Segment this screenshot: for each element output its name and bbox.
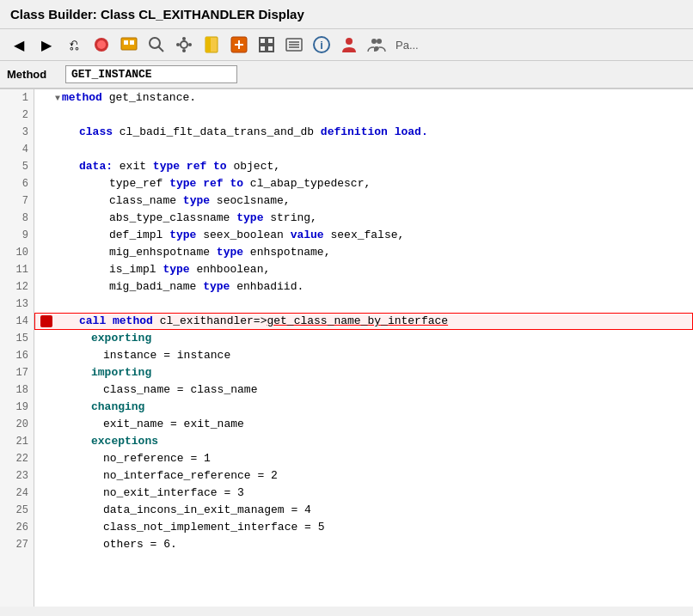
code-line-20: exit_name = exit_name (34, 416, 693, 433)
code-line-14: call method cl_exithandler=>get_class_na… (34, 313, 693, 330)
page-label: Pa... (396, 39, 419, 52)
code-line-15: exporting (34, 330, 693, 347)
find-button[interactable] (144, 33, 169, 57)
code-line-18: class_name = class_name (34, 381, 693, 399)
line-number-10: 10 (0, 244, 34, 261)
code-text-14: call method cl_exithandler=>get_class_na… (55, 313, 448, 330)
forward-button[interactable]: ▶ (34, 33, 58, 57)
code-text-6: type_ref type ref to cl_abap_typedescr, (55, 175, 371, 192)
line-number-1: 1 (0, 89, 34, 107)
token: cl_badi_flt_data_trans_and_db (113, 125, 321, 138)
token: value (291, 229, 324, 241)
token: seoclsname, (210, 194, 291, 207)
token: call method (79, 314, 153, 327)
line-number-26: 26 (0, 519, 34, 536)
info-button[interactable]: i (310, 33, 334, 57)
svg-point-11 (188, 43, 192, 46)
breakpoint-col-14 (38, 315, 55, 327)
token: type ref to (153, 160, 227, 173)
token: type (203, 280, 230, 293)
code-line-27: others = 6. (34, 536, 693, 553)
token: abs_type_classname (109, 211, 236, 224)
code-text-12: mig_badi_name type enhbadiid. (55, 278, 304, 296)
code-text-10: mig_enhspotname type enhspotname, (55, 244, 330, 261)
token: object, (227, 160, 280, 173)
back-button[interactable]: ◀ (7, 33, 31, 57)
line-number-11: 11 (0, 261, 34, 278)
token: changing (91, 400, 144, 413)
token: no_reference = 1 (103, 452, 211, 465)
code-text-16: instance = instance (55, 347, 230, 364)
code-text-3: class cl_badi_flt_data_trans_and_db defi… (55, 124, 428, 141)
code-text-22: no_reference = 1 (55, 450, 211, 467)
svg-rect-19 (260, 46, 266, 52)
cmd1-button[interactable] (117, 33, 141, 57)
cmd6-button[interactable] (282, 33, 306, 57)
breakpoint-icon-14 (40, 315, 52, 327)
favorites-button[interactable] (89, 33, 113, 57)
code-line-2 (34, 107, 693, 124)
svg-point-8 (182, 37, 186, 40)
cmd3-button[interactable] (199, 33, 224, 57)
line-number-8: 8 (0, 210, 34, 227)
token: enhspotname, (243, 246, 330, 259)
token: is_impl (109, 263, 163, 276)
method-bar: Method (0, 61, 693, 89)
code-line-5: data: exit type ref to object, (34, 158, 693, 175)
line-number-5: 5 (0, 158, 34, 175)
svg-point-28 (371, 39, 377, 44)
line-numbers: 1234567891011121314151617181920212223242… (0, 89, 34, 607)
line-number-18: 18 (0, 381, 34, 399)
line-number-12: 12 (0, 278, 34, 296)
code-text-21: exceptions (55, 433, 158, 450)
svg-point-9 (182, 49, 186, 52)
token: class (79, 125, 113, 138)
svg-rect-3 (124, 40, 128, 45)
svg-text:i: i (320, 39, 323, 52)
cmd5-button[interactable] (255, 33, 279, 57)
code-line-3: class cl_badi_flt_data_trans_and_db defi… (34, 124, 693, 141)
code-text-9: def_impl type seex_boolean value seex_fa… (55, 227, 404, 244)
token: cl_abap_typedescr, (243, 177, 371, 190)
token: data_incons_in_exit_managem = 4 (103, 503, 311, 516)
line-number-15: 15 (0, 330, 34, 347)
toolbar: ◀ ▶ ⎌ i Pa... (0, 29, 693, 61)
token: type (163, 263, 189, 276)
token: seex_boolean (196, 229, 290, 241)
svg-rect-18 (267, 38, 273, 44)
history-button[interactable]: ⎌ (62, 33, 86, 57)
token: cl_exithandler=> (153, 314, 267, 327)
method-input[interactable] (65, 65, 237, 83)
token: type_ref (109, 177, 169, 190)
code-text-26: class_not_implement_interface = 5 (55, 519, 324, 536)
code-text-17: importing (55, 364, 151, 381)
token: string, (263, 211, 316, 224)
user2-button[interactable] (365, 33, 389, 57)
svg-point-29 (377, 39, 382, 44)
code-area: 1234567891011121314151617181920212223242… (0, 89, 693, 607)
token: def_impl (109, 229, 169, 241)
code-line-9: def_impl type seex_boolean value seex_fa… (34, 227, 693, 244)
token: method (62, 91, 102, 104)
title-bar: Class Builder: Class CL_EXITHANDLER Disp… (0, 0, 693, 29)
token: type (169, 229, 196, 241)
code-line-25: data_incons_in_exit_managem = 4 (34, 502, 693, 519)
token: definition load. (321, 125, 428, 138)
collapse-icon[interactable]: ▼ (55, 94, 60, 103)
svg-rect-20 (267, 46, 273, 52)
svg-point-10 (176, 43, 180, 46)
cmd4-button[interactable] (227, 33, 251, 57)
svg-point-7 (181, 41, 187, 48)
svg-rect-4 (130, 40, 134, 45)
code-line-19: changing (34, 399, 693, 416)
token: mig_badi_name (109, 280, 203, 293)
method-label: Method (7, 68, 58, 81)
settings-button[interactable] (172, 33, 196, 57)
code-line-12: mig_badi_name type enhbadiid. (34, 278, 693, 296)
code-line-1: ▼method get_instance. (34, 89, 693, 107)
line-number-19: 19 (0, 399, 34, 416)
user1-button[interactable] (337, 33, 361, 57)
code-line-23: no_interface_reference = 2 (34, 467, 693, 485)
svg-rect-17 (260, 38, 266, 44)
code-text-7: class_name type seoclsname, (55, 192, 291, 210)
